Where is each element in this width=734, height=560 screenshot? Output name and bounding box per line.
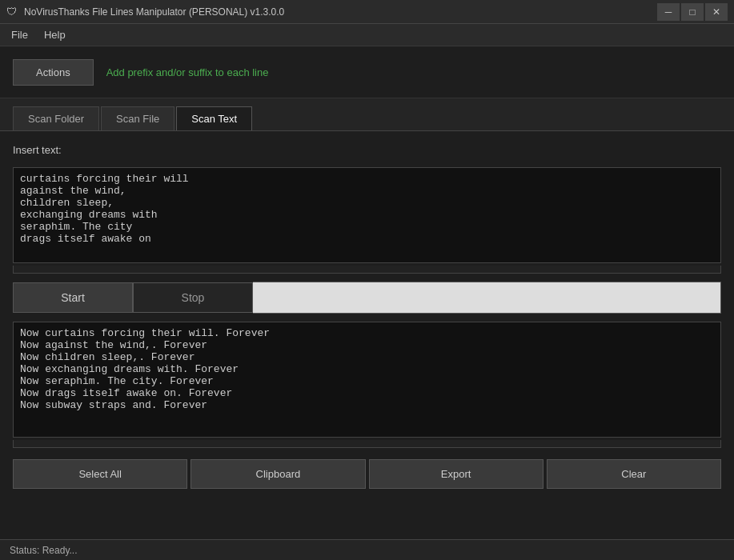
stop-button[interactable]: Stop <box>133 282 253 313</box>
menu-help[interactable]: Help <box>36 26 74 44</box>
maximize-button[interactable]: □ <box>681 3 704 21</box>
actions-bar: Actions Add prefix and/or suffix to each… <box>0 46 734 98</box>
tab-bar: Scan Folder Scan File Scan Text <box>0 98 734 131</box>
input-text-wrapper <box>13 167 721 274</box>
clear-button[interactable]: Clear <box>547 459 721 489</box>
app-icon: 🛡 <box>6 6 19 18</box>
close-button[interactable]: ✕ <box>705 3 728 21</box>
export-button[interactable]: Export <box>369 459 543 489</box>
title-bar-title: NoVirusThanks File Lines Manipulator (PE… <box>24 6 284 18</box>
output-textarea[interactable] <box>13 322 721 438</box>
progress-bar-container <box>253 282 721 314</box>
select-all-button[interactable]: Select All <box>13 459 187 489</box>
insert-text-label: Insert text: <box>13 144 721 156</box>
tab-scan-text[interactable]: Scan Text <box>176 106 252 130</box>
start-button[interactable]: Start <box>13 282 133 313</box>
actions-description: Add prefix and/or suffix to each line <box>106 66 269 78</box>
clipboard-button[interactable]: Clipboard <box>191 459 365 489</box>
title-bar-left: 🛡 NoVirusThanks File Lines Manipulator (… <box>6 6 284 18</box>
minimize-button[interactable]: ─ <box>657 3 680 21</box>
input-textarea[interactable] <box>13 167 721 263</box>
menu-file[interactable]: File <box>3 26 36 44</box>
tab-scan-file[interactable]: Scan File <box>101 106 174 130</box>
main-content: Insert text: Start Stop Select All Clipb… <box>0 131 734 539</box>
output-hscrollbar[interactable] <box>13 440 721 448</box>
window-controls: ─ □ ✕ <box>657 3 728 21</box>
input-hscrollbar[interactable] <box>13 266 721 274</box>
actions-button[interactable]: Actions <box>13 59 94 86</box>
bottom-buttons: Select All Clipboard Export Clear <box>13 459 721 489</box>
controls-row: Start Stop <box>13 282 721 314</box>
output-text-wrapper <box>13 322 721 448</box>
menu-bar: File Help <box>0 24 734 46</box>
tab-scan-folder[interactable]: Scan Folder <box>13 106 99 130</box>
status-text: Status: Ready... <box>10 545 78 556</box>
status-bar: Status: Ready... <box>0 539 734 560</box>
title-bar: 🛡 NoVirusThanks File Lines Manipulator (… <box>0 0 734 24</box>
